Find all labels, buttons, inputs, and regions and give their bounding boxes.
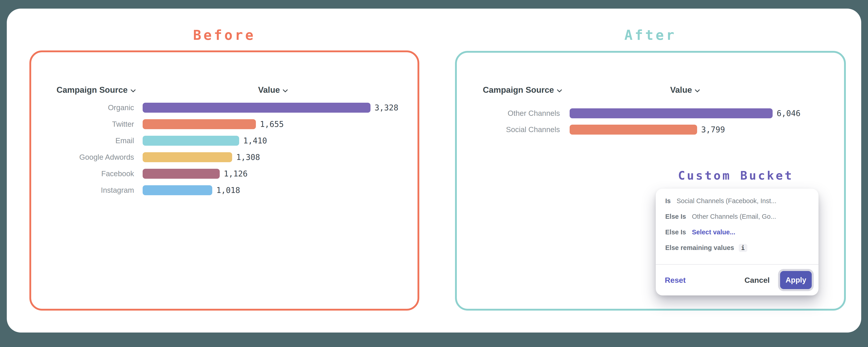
condition-value[interactable]: Other Channels (Email, Go...	[692, 213, 776, 220]
after-source-header-label: Campaign Source	[483, 85, 554, 95]
custom-bucket-dialog: IsSocial Channels (Facebook, Inst...Else…	[656, 189, 818, 295]
bar-value-label: 3,799	[701, 125, 725, 134]
after-source-header[interactable]: Campaign Source	[483, 85, 562, 95]
row-label: Other Channels	[457, 109, 560, 118]
reset-button[interactable]: Reset	[665, 276, 686, 285]
cancel-button[interactable]: Cancel	[743, 276, 771, 285]
table-row: Instagram1,018	[31, 182, 417, 198]
main-panel: Before Campaign Source Value Organic3,32…	[7, 8, 861, 332]
info-icon[interactable]: i	[739, 244, 747, 252]
condition-label: Else Is	[665, 229, 686, 236]
apply-button[interactable]: Apply	[780, 271, 812, 289]
row-label: Instagram	[31, 186, 134, 195]
chevron-down-icon	[694, 85, 700, 95]
custom-bucket-title: Custom Bucket	[675, 169, 797, 182]
condition-label: Else remaining values	[665, 244, 734, 252]
select-value-link[interactable]: Select value...	[692, 229, 735, 236]
after-title: After	[455, 27, 846, 43]
condition-value[interactable]: Social Channels (Facebook, Inst...	[677, 197, 776, 205]
table-row: Facebook1,126	[31, 165, 417, 182]
before-value-header-label: Value	[258, 85, 280, 95]
row-label: Organic	[31, 104, 134, 112]
before-title: Before	[29, 27, 419, 43]
bar-value-label: 1,308	[236, 153, 260, 162]
condition-label: Else Is	[665, 213, 686, 220]
before-chart-box: Campaign Source Value Organic3,328Twitte…	[29, 51, 419, 311]
after-value-header-label: Value	[670, 85, 692, 95]
value-bar	[143, 119, 256, 129]
bucket-condition-row: Else IsOther Channels (Email, Go...	[665, 209, 812, 224]
chevron-down-icon	[557, 85, 562, 95]
chevron-down-icon	[130, 85, 136, 95]
value-bar	[569, 125, 697, 135]
table-row: Email1,410	[31, 132, 417, 149]
chevron-down-icon	[283, 85, 288, 95]
bucket-condition-row: Else IsSelect value...	[665, 224, 812, 240]
bar-value-label: 3,328	[375, 103, 398, 112]
before-source-header-label: Campaign Source	[57, 85, 128, 95]
table-row: Social Channels3,799	[457, 121, 844, 138]
bucket-condition-row: Else remaining valuesi	[665, 240, 812, 256]
after-value-header[interactable]: Value	[660, 85, 710, 95]
bar-value-label: 6,046	[777, 109, 800, 118]
bar-value-label: 1,018	[216, 186, 240, 195]
bar-value-label: 1,126	[224, 169, 248, 178]
row-label: Twitter	[31, 120, 134, 128]
value-bar	[143, 136, 239, 146]
value-bar	[143, 185, 212, 195]
table-row: Other Channels6,046	[457, 105, 844, 121]
bar-value-label: 1,655	[260, 120, 284, 129]
row-label: Google Adwords	[31, 153, 134, 162]
value-bar	[569, 108, 773, 118]
value-bar	[143, 152, 232, 162]
before-value-header[interactable]: Value	[248, 85, 298, 95]
bucket-dialog-footer: Reset Cancel Apply	[656, 264, 818, 295]
value-bar	[143, 103, 370, 113]
table-row: Twitter1,655	[31, 116, 417, 132]
before-source-header[interactable]: Campaign Source	[57, 85, 136, 95]
value-bar	[143, 169, 220, 179]
row-label: Email	[31, 136, 134, 145]
row-label: Facebook	[31, 169, 134, 178]
before-table-rows: Organic3,328Twitter1,655Email1,410Google…	[31, 99, 417, 198]
condition-label: Is	[665, 197, 671, 205]
bucket-condition-row: IsSocial Channels (Facebook, Inst...	[665, 193, 812, 209]
after-table-rows: Other Channels6,046Social Channels3,799	[457, 105, 844, 138]
bar-value-label: 1,410	[243, 136, 267, 145]
row-label: Social Channels	[457, 125, 560, 134]
table-row: Google Adwords1,308	[31, 149, 417, 165]
bucket-condition-rows: IsSocial Channels (Facebook, Inst...Else…	[665, 193, 812, 256]
table-row: Organic3,328	[31, 99, 417, 116]
